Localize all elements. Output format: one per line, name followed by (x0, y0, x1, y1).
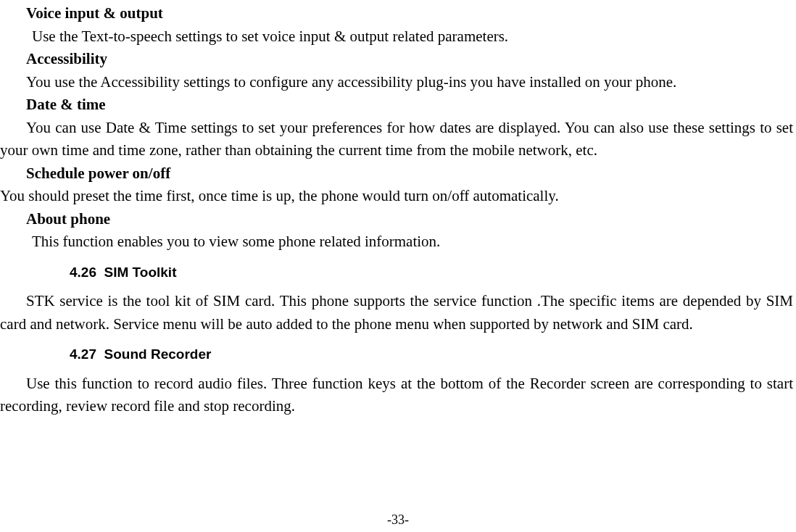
section-body-voice: Use the Text-to-speech settings to set v… (32, 25, 796, 49)
page-number: -33- (0, 510, 796, 530)
section-body-datetime: You can use Date & Time settings to set … (0, 117, 793, 162)
heading-number: 4.26 (70, 265, 96, 280)
heading-sound-recorder: 4.27 Sound Recorder (70, 344, 796, 365)
section-title-voice: Voice input & output (26, 2, 796, 25)
section-title-schedule: Schedule power on/off (26, 162, 796, 186)
heading-number: 4.27 (70, 346, 96, 362)
paragraph-sound: Use this function to record audio files.… (0, 373, 793, 418)
heading-text: SIM Toolkit (104, 265, 177, 280)
section-body-schedule: You should preset the time first, once t… (0, 185, 793, 208)
heading-text: Sound Recorder (104, 346, 212, 362)
paragraph-sim: STK service is the tool kit of SIM card.… (0, 290, 793, 336)
section-title-about: About phone (26, 208, 796, 231)
heading-sim-toolkit: 4.26 SIM Toolkit (70, 262, 796, 283)
section-body-accessibility: You use the Accessibility settings to co… (0, 71, 793, 94)
document-content: Voice input & output Use the Text-to-spe… (0, 0, 796, 418)
section-body-about: This function enables you to view some p… (32, 230, 796, 254)
section-title-accessibility: Accessibility (26, 48, 796, 71)
section-title-datetime: Date & time (26, 93, 796, 117)
